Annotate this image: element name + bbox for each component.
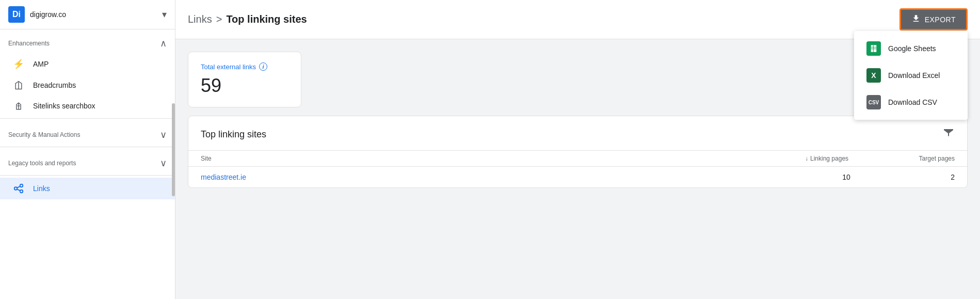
dropdown-item-google-sheets[interactable]: Google Sheets: [854, 35, 968, 62]
stats-label: Total external links i: [201, 62, 288, 71]
links-icon: [12, 183, 25, 194]
breadcrumb: Links > Top linking sites: [188, 13, 307, 25]
col-target-header: Target pages: [888, 155, 955, 162]
sidebar-item-breadcrumbs[interactable]: Breadcrumbs: [0, 75, 175, 96]
row-linking-pages: 10: [805, 173, 888, 181]
info-icon[interactable]: i: [259, 62, 267, 71]
row-target-pages: 2: [888, 173, 955, 181]
breadcrumb-separator: >: [216, 13, 222, 25]
divider-2: [0, 147, 175, 147]
enhancements-chevron-icon: ∧: [160, 38, 167, 49]
col-site-header: Site: [201, 155, 805, 162]
breadcrumb-parent[interactable]: Links: [188, 13, 212, 25]
sidebar-item-sitelinks[interactable]: Sitelinks searchbox: [0, 96, 175, 116]
sidebar-item-sitelinks-label: Sitelinks searchbox: [33, 102, 95, 110]
google-sheets-icon: [866, 41, 881, 56]
svg-point-7: [20, 190, 23, 193]
export-button[interactable]: EXPORT: [899, 8, 968, 30]
excel-icon: X: [866, 68, 881, 83]
sidebar-scrollbar-thumb: [172, 103, 175, 196]
row-site[interactable]: mediastreet.ie: [201, 173, 805, 181]
sidebar-item-breadcrumbs-label: Breadcrumbs: [33, 81, 76, 89]
sidebar-logo: Di: [8, 6, 25, 23]
export-dropdown-menu: Google Sheets X Download Excel CSV Downl…: [854, 31, 968, 120]
table-row: mediastreet.ie 10 2: [188, 166, 967, 187]
sidebar-section-enhancements[interactable]: Enhancements ∧: [0, 29, 175, 53]
divider-1: [0, 118, 175, 119]
amp-icon: ⚡: [12, 58, 25, 70]
col-linking-header[interactable]: ↓ Linking pages: [805, 155, 888, 162]
svg-line-8: [17, 186, 20, 188]
security-chevron-icon: ∨: [160, 129, 167, 140]
csv-icon: CSV: [866, 95, 881, 109]
export-download-icon: [911, 14, 921, 25]
download-excel-label: Download Excel: [888, 71, 940, 80]
google-sheets-label: Google Sheets: [888, 44, 936, 53]
breadcrumbs-icon: [12, 80, 25, 90]
svg-line-9: [17, 189, 20, 191]
breadcrumb-current: Top linking sites: [226, 13, 307, 25]
sort-arrow-icon: ↓: [805, 155, 808, 162]
sidebar-item-amp[interactable]: ⚡ AMP: [0, 53, 175, 75]
divider-3: [0, 175, 175, 176]
legacy-chevron-icon: ∨: [160, 158, 167, 169]
sidebar-item-amp-label: AMP: [33, 60, 49, 68]
dropdown-item-download-csv[interactable]: CSV Download CSV: [854, 89, 968, 116]
svg-point-6: [20, 184, 23, 187]
table-title: Top linking sites: [201, 129, 266, 140]
dropdown-item-download-excel[interactable]: X Download Excel: [854, 62, 968, 89]
sitelinks-icon: [12, 101, 25, 111]
site-dropdown-icon[interactable]: ▾: [162, 9, 167, 20]
sidebar: Di digigrow.co ▾ Enhancements ∧ ⚡ AMP Br…: [0, 0, 175, 299]
sidebar-section-security[interactable]: Security & Manual Actions ∨: [0, 121, 175, 145]
stats-card: Total external links i 59: [188, 52, 301, 107]
stats-value: 59: [201, 75, 288, 97]
site-name: digigrow.co: [30, 10, 157, 19]
sidebar-item-links[interactable]: Links: [0, 178, 175, 199]
sidebar-scrollbar[interactable]: [172, 0, 175, 299]
main-content: Links > Top linking sites EXPORT Total e…: [175, 0, 980, 299]
table-columns: Site ↓ Linking pages Target pages: [188, 150, 967, 166]
sidebar-section-legacy[interactable]: Legacy tools and reports ∨: [0, 149, 175, 173]
sidebar-header: Di digigrow.co ▾: [0, 0, 175, 29]
svg-point-5: [14, 187, 18, 190]
table-card: Top linking sites Site ↓ Linking pages T…: [188, 116, 968, 188]
svg-rect-10: [871, 45, 877, 52]
filter-icon[interactable]: [942, 127, 955, 142]
sidebar-item-links-label: Links: [33, 184, 50, 193]
download-csv-label: Download CSV: [888, 98, 937, 106]
table-header-row: Top linking sites: [188, 116, 967, 150]
